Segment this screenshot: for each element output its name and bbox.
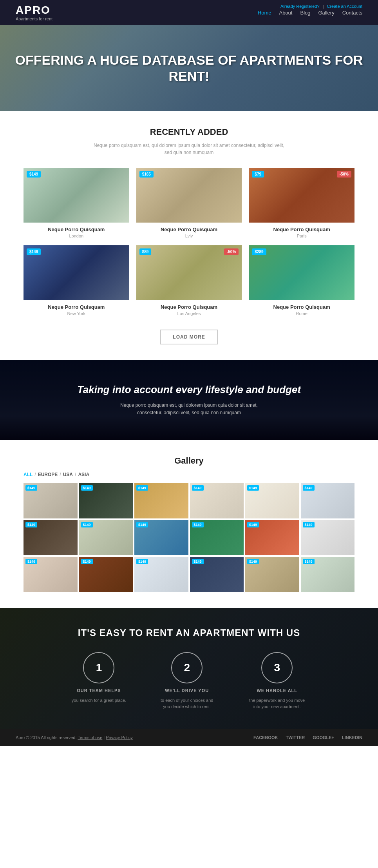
gallery-item[interactable]: $149	[245, 557, 299, 592]
cards-grid-row2: $149 Neque Porro Quisquam New York $89 -…	[24, 245, 354, 316]
gallery-title: Gallery	[24, 456, 354, 466]
lifestyle-subtitle: Neque porro quisquam est, qui dolorem ip…	[111, 402, 268, 417]
auth-create-link[interactable]: Create an Account	[327, 4, 362, 9]
load-more-button[interactable]: LOAD MORE	[160, 330, 217, 344]
card-lviv-img[interactable]: $165	[136, 168, 242, 223]
logo-subtitle: Apartments for rent	[16, 16, 52, 21]
recently-added-subtitle: Neque porro quisquam est, qui dolorem ip…	[91, 142, 287, 156]
card-losangeles-name: Neque Porro Quisquam	[136, 304, 242, 310]
gallery-item[interactable]: $149	[79, 520, 133, 555]
step-label-1: OUR TEAM HELPS	[77, 688, 121, 693]
gallery-item[interactable]: $149	[190, 557, 244, 592]
gallery-item[interactable]: $149	[245, 483, 299, 518]
card-london-price: $149	[27, 171, 41, 178]
gallery-item[interactable]: $149	[79, 483, 133, 518]
header-auth: Already Registered? | Create an Account	[280, 4, 362, 9]
gallery-item[interactable]: $149	[301, 483, 355, 518]
gallery-item[interactable]: $149	[24, 483, 78, 518]
card-newyork: $149 Neque Porro Quisquam New York	[24, 245, 129, 316]
logo-title: APRO	[16, 4, 52, 16]
card-lviv-price: $165	[139, 171, 154, 178]
step-number-3: 3	[274, 661, 280, 674]
lifestyle-title: Taking into account every lifestyle and …	[16, 384, 362, 396]
gallery-item[interactable]: $149	[190, 520, 244, 555]
footer-copy: Apro © 2015 All rights reserved. Terms o…	[16, 735, 133, 740]
card-lviv-location: Lviv	[136, 234, 242, 238]
rent-steps-banner: IT'S EASY TO RENT AN APARTMENT WITH US 1…	[0, 608, 378, 729]
step-number-1: 1	[96, 661, 102, 674]
card-newyork-price: $149	[27, 248, 41, 255]
auth-login-link[interactable]: Already Registered?	[280, 4, 320, 9]
footer-twitter[interactable]: TWITTER	[286, 735, 305, 740]
footer-facebook[interactable]: FACEBOOK	[253, 735, 278, 740]
gallery-item[interactable]: $149	[301, 520, 355, 555]
gallery-section: Gallery ALL / EUROPE / USA / ASIA $149 $…	[0, 440, 378, 608]
nav-blog[interactable]: Blog	[300, 10, 310, 16]
footer-copyright: Apro © 2015 All rights reserved.	[16, 735, 76, 740]
card-paris-discount: -50%	[337, 171, 351, 178]
gallery-item[interactable]: $149	[134, 520, 188, 555]
card-london-img[interactable]: $149	[24, 168, 129, 223]
card-rome-location: Rome	[249, 311, 354, 316]
footer-privacy[interactable]: Privacy Policy	[106, 735, 132, 740]
footer-terms[interactable]: Terms of use	[78, 735, 102, 740]
step-number-2: 2	[184, 661, 190, 674]
header: APRO Apartments for rent Home About Blog…	[0, 0, 378, 25]
card-newyork-name: Neque Porro Quisquam	[24, 304, 129, 310]
rent-title: IT'S EASY TO RENT AN APARTMENT WITH US	[16, 627, 362, 638]
nav-contacts[interactable]: Contacts	[342, 10, 362, 16]
card-rome-img[interactable]: $289	[249, 245, 354, 300]
lifestyle-banner: Taking into account every lifestyle and …	[0, 360, 378, 440]
main-nav: Home About Blog Gallery Contacts	[258, 10, 362, 16]
gallery-item[interactable]: $149	[24, 557, 78, 592]
gallery-item[interactable]: $149	[190, 483, 244, 518]
nav-home[interactable]: Home	[258, 10, 271, 16]
card-london-location: London	[24, 234, 129, 238]
step-desc-2: to each of your choices and you decide w…	[157, 698, 216, 710]
rent-step-3: 3 WE HANDLE ALL the paperwork and you mo…	[248, 652, 306, 710]
card-losangeles-img[interactable]: $89 -50%	[136, 245, 242, 300]
card-paris: $79 -50% Neque Porro Quisquam Paris	[249, 168, 354, 238]
hero-section: OFFERING A HUGE DATABASE OF APARTMENTS F…	[0, 25, 378, 111]
auth-separator: |	[323, 4, 324, 9]
gallery-filter-europe[interactable]: EUROPE	[38, 472, 58, 477]
nav-gallery[interactable]: Gallery	[318, 10, 335, 16]
gallery-filter-usa[interactable]: USA	[63, 472, 73, 477]
card-losangeles: $89 -50% Neque Porro Quisquam Los Angele…	[136, 245, 242, 316]
gallery-grid: $149 $149 $149 $149 $149 $149 $149 $149 …	[24, 483, 354, 592]
footer: Apro © 2015 All rights reserved. Terms o…	[0, 729, 378, 746]
footer-linkedin[interactable]: LINKEDIN	[342, 735, 362, 740]
logo-area: APRO Apartments for rent	[16, 4, 52, 21]
gallery-filter-sep1: /	[34, 472, 36, 477]
footer-googleplus[interactable]: GOOGLE+	[313, 735, 334, 740]
hero-title: OFFERING A HUGE DATABASE OF APARTMENTS F…	[0, 52, 378, 84]
gallery-filter-sep3: /	[75, 472, 76, 477]
card-newyork-img[interactable]: $149	[24, 245, 129, 300]
rent-steps-container: 1 OUR TEAM HELPS you search for a great …	[16, 652, 362, 710]
step-circle-2: 2	[171, 652, 203, 683]
card-paris-price: $79	[252, 171, 264, 178]
card-paris-location: Paris	[249, 234, 354, 238]
gallery-item[interactable]: $149	[79, 557, 133, 592]
card-rome: $289 Neque Porro Quisquam Rome	[249, 245, 354, 316]
gallery-filter-sep2: /	[60, 472, 61, 477]
card-paris-img[interactable]: $79 -50%	[249, 168, 354, 223]
gallery-item[interactable]: $149	[24, 520, 78, 555]
gallery-item[interactable]: $149	[245, 520, 299, 555]
gallery-item[interactable]: $149	[301, 557, 355, 592]
nav-about[interactable]: About	[279, 10, 292, 16]
card-rome-price: $289	[252, 248, 266, 255]
gallery-item[interactable]: $149	[134, 483, 188, 518]
card-lviv: $165 Neque Porro Quisquam Lviv	[136, 168, 242, 238]
gallery-item[interactable]: $149	[134, 557, 188, 592]
hero-text: OFFERING A HUGE DATABASE OF APARTMENTS F…	[0, 52, 378, 84]
card-london-name: Neque Porro Quisquam	[24, 227, 129, 232]
gallery-filter-asia[interactable]: ASIA	[78, 472, 89, 477]
step-desc-1: you search for a great place.	[72, 698, 126, 703]
recently-added-title: RECENTLY ADDED	[24, 127, 354, 137]
gallery-filter-all[interactable]: ALL	[24, 472, 33, 477]
card-rome-name: Neque Porro Quisquam	[249, 304, 354, 310]
step-label-2: WE'LL DRIVE YOU	[165, 688, 209, 693]
rent-step-1: 1 OUR TEAM HELPS you search for a great …	[72, 652, 126, 710]
gallery-filters: ALL / EUROPE / USA / ASIA	[24, 472, 354, 477]
